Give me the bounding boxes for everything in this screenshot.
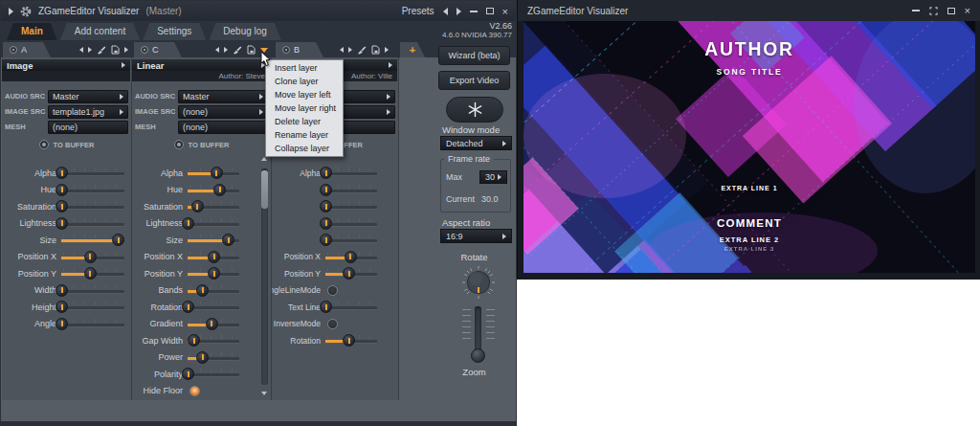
slider-thumb[interactable] [320, 301, 332, 313]
slider-thumb[interactable] [208, 251, 220, 263]
layer-type-select[interactable]: Image [2, 59, 130, 71]
gradient-slider[interactable] [188, 318, 239, 330]
saturation-slider[interactable] [188, 200, 239, 213]
visualizer-titlebar[interactable]: ZGameEditor Visualizer × [518, 0, 980, 21]
slider-thumb[interactable] [345, 251, 357, 263]
hide-floor-toggle[interactable] [189, 386, 200, 396]
layer-b-radio[interactable] [282, 46, 290, 54]
layer-menu-icon[interactable] [385, 47, 389, 53]
collapse-arrow-icon[interactable] [9, 8, 13, 15]
slider-thumb[interactable] [206, 318, 218, 330]
singlelinemode-toggle[interactable] [327, 285, 338, 296]
prev-preset-icon[interactable] [340, 47, 344, 53]
viz-maximize-icon[interactable] [947, 8, 955, 14]
add-layer-tab[interactable]: + [400, 42, 425, 57]
width-slider[interactable] [61, 284, 124, 297]
saturation-slider[interactable] [61, 200, 124, 213]
slider-thumb[interactable] [343, 334, 355, 347]
tab-add-content[interactable]: Add content [60, 23, 140, 40]
power-slider[interactable] [188, 351, 239, 364]
mesh-select[interactable]: (none) [48, 121, 128, 134]
position-y-slider[interactable] [325, 267, 377, 280]
menu-item-delete-layer[interactable]: Delete layer [266, 115, 343, 128]
slider-thumb[interactable] [320, 200, 332, 213]
item-slider[interactable] [325, 200, 377, 213]
scroll-up-icon[interactable] [261, 157, 267, 161]
max-fps-select[interactable]: 30 [479, 170, 507, 184]
audio-src-select[interactable]: Master [48, 90, 128, 103]
menu-item-rename-layer[interactable]: Rename layer [266, 128, 343, 142]
menu-item-move-layer-left[interactable]: Move layer left [266, 88, 343, 101]
image-src-select[interactable]: template1.jpg [48, 105, 128, 119]
maximize-icon[interactable] [486, 8, 494, 14]
rotation-slider[interactable] [325, 334, 377, 347]
position-x-slider[interactable] [325, 251, 377, 263]
audio-src-select[interactable]: Master [178, 90, 268, 103]
scrollbar-thumb[interactable] [261, 170, 268, 209]
height-slider[interactable] [61, 301, 124, 313]
export-video-button[interactable]: Export Video [438, 71, 510, 90]
slider-thumb[interactable] [196, 284, 209, 297]
position-x-slider[interactable] [188, 251, 239, 263]
item-slider[interactable] [325, 184, 377, 196]
visualizer-canvas[interactable]: AUTHOR SONG TITLE EXTRA LINE 1 COMMENT E… [523, 21, 975, 273]
slider-thumb[interactable] [56, 318, 68, 330]
tab-debug-log[interactable]: Debug log [209, 23, 281, 40]
slider-thumb[interactable] [222, 234, 234, 246]
next-preset-icon[interactable] [348, 47, 352, 53]
slider-thumb[interactable] [56, 217, 68, 230]
aspect-ratio-select[interactable]: 16:9 [440, 229, 512, 243]
minimize-icon[interactable] [470, 11, 478, 12]
position-y-slider[interactable] [188, 267, 239, 280]
slider-thumb[interactable] [84, 267, 97, 280]
hue-slider[interactable] [61, 184, 124, 196]
inversemode-toggle[interactable] [327, 319, 338, 329]
rotation-slider[interactable] [188, 301, 239, 313]
polarity-slider[interactable] [188, 368, 239, 380]
slider-thumb[interactable] [112, 234, 124, 246]
gap-width-slider[interactable] [188, 334, 239, 347]
brush-icon[interactable] [233, 45, 242, 55]
next-preset-icon[interactable] [224, 47, 228, 53]
position-y-slider[interactable] [61, 267, 124, 280]
preset-prev-icon[interactable] [443, 8, 448, 15]
slider-thumb[interactable] [320, 234, 332, 246]
slider-thumb[interactable] [208, 267, 220, 280]
menu-item-move-layer-right[interactable]: Move layer right [266, 101, 343, 115]
mesh-select[interactable]: (none) [178, 121, 268, 134]
viz-minimize-icon[interactable] [912, 10, 920, 11]
slider-thumb[interactable] [211, 167, 223, 179]
column-scrollbar[interactable] [261, 168, 268, 385]
zoom-slider-thumb[interactable] [471, 348, 485, 363]
slider-thumb[interactable] [56, 301, 68, 313]
slider-thumb[interactable] [188, 334, 200, 347]
to-buffer-radio[interactable] [174, 140, 184, 149]
item-slider[interactable] [325, 234, 377, 246]
prev-preset-icon[interactable] [215, 47, 219, 53]
slider-thumb[interactable] [196, 351, 209, 364]
bands-slider[interactable] [188, 284, 239, 297]
size-slider[interactable] [188, 234, 239, 246]
brush-icon[interactable] [357, 45, 367, 55]
rotate-knob[interactable] [461, 265, 496, 303]
layer-tab-a[interactable]: A [3, 42, 51, 57]
slider-thumb[interactable] [320, 217, 332, 230]
save-preset-icon[interactable] [247, 45, 256, 55]
slider-thumb[interactable] [182, 368, 194, 380]
layer-menu-icon[interactable] [124, 47, 128, 53]
next-preset-icon[interactable] [88, 47, 92, 53]
alpha-slider[interactable] [188, 167, 239, 179]
image-src-select[interactable]: (none) [178, 105, 268, 119]
slider-thumb[interactable] [56, 284, 68, 297]
to-buffer-radio[interactable] [39, 140, 49, 149]
slider-thumb[interactable] [56, 167, 68, 179]
item-slider[interactable] [325, 217, 377, 230]
gear-icon[interactable] [20, 6, 32, 17]
layer-tab-b[interactable]: B [276, 42, 323, 57]
tab-main[interactable]: Main [7, 23, 57, 40]
slider-thumb[interactable] [56, 200, 68, 213]
angle-slider[interactable] [61, 318, 124, 330]
alpha-slider[interactable] [325, 167, 377, 179]
slider-thumb[interactable] [343, 267, 355, 280]
viz-close-icon[interactable]: × [965, 6, 970, 15]
